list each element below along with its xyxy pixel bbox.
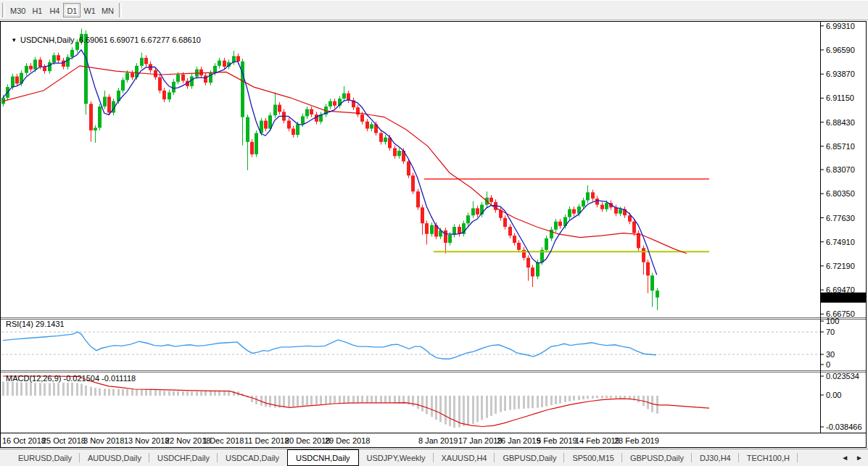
- candle-body: [605, 203, 608, 209]
- candle-body: [176, 75, 180, 82]
- tab-eurusd,daily[interactable]: EURUSD,Daily: [10, 449, 80, 466]
- macd-histogram-bar: [269, 396, 271, 407]
- price-axis-label: 6.93870: [826, 70, 855, 78]
- candle-body: [250, 142, 254, 154]
- candle-body: [236, 56, 240, 61]
- tab-audusd,daily[interactable]: AUDUSD,Daily: [80, 449, 149, 466]
- macd-histogram-bar: [223, 391, 226, 396]
- date-axis-label: 1 Dec 2018: [203, 436, 244, 445]
- main-chart-surface[interactable]: [1, 22, 820, 317]
- timeframe-button-w1[interactable]: W1: [80, 3, 99, 17]
- tab-usdcad,daily[interactable]: USDCAD,Daily: [218, 449, 287, 466]
- macd-histogram-bar: [292, 396, 294, 407]
- macd-histogram-bar: [141, 389, 143, 396]
- macd-histogram-bar: [417, 396, 419, 409]
- macd-histogram-bar: [200, 391, 202, 396]
- candle-body: [89, 104, 93, 130]
- candle-body: [365, 122, 369, 129]
- macd-histogram-bar: [467, 396, 469, 425]
- macd-histogram-bar: [173, 391, 175, 396]
- timeframe-button-m30[interactable]: M30: [7, 3, 28, 17]
- chart-canvas: 6.993106.965906.938706.911506.884306.857…: [0, 21, 867, 448]
- rsi-pane-surface[interactable]: [1, 320, 820, 370]
- macd-histogram-bar: [509, 396, 511, 410]
- macd-histogram-bar: [476, 396, 479, 422]
- macd-histogram-bar: [320, 396, 322, 404]
- macd-histogram-bar: [122, 389, 124, 396]
- macd-histogram-bar: [228, 391, 230, 396]
- macd-histogram-bar: [481, 396, 483, 420]
- tab-gbpusd,daily[interactable]: GBPUSD,Daily: [495, 449, 564, 466]
- macd-histogram-bar: [504, 396, 506, 411]
- candle-body: [430, 225, 434, 234]
- candle-body: [513, 236, 516, 243]
- macd-histogram-bar: [99, 388, 101, 396]
- candle-body: [572, 209, 576, 214]
- timeframe-button-h1[interactable]: H1: [28, 3, 46, 17]
- macd-histogram-bar: [297, 396, 299, 406]
- candle-body: [503, 218, 507, 227]
- macd-histogram-bar: [149, 389, 152, 396]
- macd-histogram-bar: [361, 396, 363, 403]
- tab-dj30,h4[interactable]: DJ30,H4: [692, 449, 739, 466]
- chart-ohlc-values: 6.69061 6.69071 6.67277 6.68610: [79, 36, 201, 44]
- symbol-tab-bar: EURUSD,DailyAUDUSD,DailyUSDCHF,DailyUSDC…: [0, 449, 868, 466]
- candle-body: [397, 151, 401, 156]
- macd-histogram-bar: [44, 383, 46, 396]
- macd-histogram-bar: [265, 396, 267, 407]
- tab-usdjpy,weekly[interactable]: USDJPY,Weekly: [359, 449, 434, 466]
- macd-histogram-bar: [445, 396, 447, 425]
- macd-histogram-bar: [384, 396, 387, 403]
- candle-body: [416, 191, 420, 207]
- date-axis-label: 25 Oct 2018: [42, 436, 86, 445]
- candle-body: [232, 56, 236, 62]
- price-axis-label: 6.77630: [826, 214, 855, 222]
- tab-gbpusd,daily[interactable]: GBPUSD,Daily: [622, 449, 692, 466]
- timeframe-button-mn[interactable]: MN: [99, 3, 117, 17]
- macd-histogram-bar: [329, 396, 331, 404]
- scroll-tabs-left-icon[interactable]: ◄: [841, 454, 848, 462]
- macd-histogram-bar: [518, 396, 520, 409]
- macd-histogram-bar: [310, 396, 313, 405]
- candle-body: [190, 77, 194, 86]
- macd-histogram-bar: [605, 396, 608, 398]
- date-axis-label: 11 Dec 2018: [244, 436, 289, 445]
- timeframe-button-d1[interactable]: D1: [63, 3, 80, 17]
- macd-histogram-bar: [177, 391, 179, 396]
- candle-body: [296, 124, 299, 135]
- candle-body: [43, 67, 46, 71]
- tab-sp500,m15[interactable]: SP500,M15: [564, 449, 621, 466]
- candle-body: [29, 66, 33, 70]
- macd-histogram-bar: [274, 396, 276, 407]
- macd-histogram-bar: [71, 383, 73, 396]
- candle-body: [632, 222, 636, 233]
- macd-histogram-bar: [380, 396, 382, 403]
- macd-histogram-bar: [334, 396, 336, 404]
- macd-histogram-bar: [352, 396, 355, 403]
- candle-body: [98, 107, 102, 128]
- macd-histogram-bar: [7, 382, 9, 396]
- candle-body: [466, 215, 470, 223]
- macd-histogram-bar: [302, 396, 304, 406]
- tab-tech100,h[interactable]: TECH100,H: [739, 449, 798, 466]
- macd-histogram-bar: [569, 396, 571, 401]
- macd-histogram-bar: [615, 396, 617, 398]
- macd-histogram-bar: [394, 396, 396, 403]
- macd-histogram-bar: [62, 383, 65, 396]
- tab-xauusd,h4[interactable]: XAUUSD,H4: [434, 449, 495, 466]
- timeframe-button-h4[interactable]: H4: [46, 3, 63, 17]
- collapse-chart-icon[interactable]: ▼: [11, 37, 17, 43]
- tab-usdchf,daily[interactable]: USDCHF,Daily: [149, 449, 218, 466]
- date-axis-label: 17 Jan 2019: [458, 436, 503, 445]
- tab-usdcnh,daily-active[interactable]: USDCNH,Daily: [287, 449, 359, 466]
- candle-body: [218, 61, 221, 66]
- macd-histogram-bar: [315, 396, 318, 404]
- macd-histogram-bar: [159, 391, 161, 396]
- macd-histogram-bar: [435, 396, 437, 420]
- date-axis-label: 5 Feb 2019: [537, 436, 577, 445]
- candle-body: [489, 198, 493, 202]
- candle-body: [646, 262, 650, 275]
- macd-histogram-bar: [182, 391, 184, 396]
- date-axis-label: 8 Jan 2019: [418, 436, 458, 445]
- scroll-tabs-right-icon[interactable]: ►: [856, 454, 863, 462]
